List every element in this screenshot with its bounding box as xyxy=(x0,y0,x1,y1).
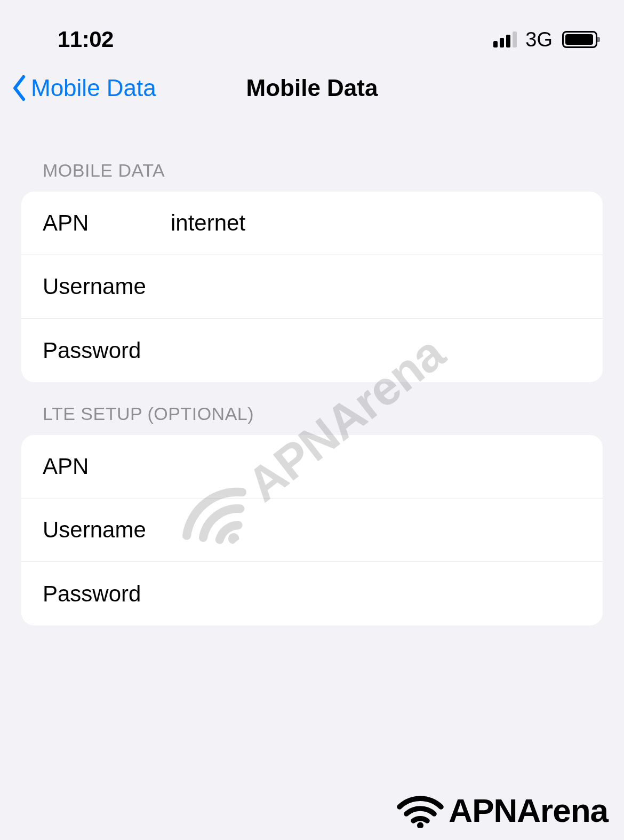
row-lte-password[interactable]: Password xyxy=(21,562,603,625)
label-lte-username: Username xyxy=(43,517,171,543)
brand-text: APNArena xyxy=(449,791,608,829)
content: MOBILE DATA APN Username Password LTE SE… xyxy=(0,112,624,625)
row-lte-username[interactable]: Username xyxy=(21,498,603,562)
section-header-mobile-data: MOBILE DATA xyxy=(43,160,603,181)
status-bar: 11:02 3G xyxy=(0,0,624,59)
wifi-icon xyxy=(396,793,444,828)
back-button[interactable]: Mobile Data xyxy=(11,75,156,101)
label-lte-password: Password xyxy=(43,581,171,607)
input-username[interactable] xyxy=(171,274,581,299)
signal-icon xyxy=(493,31,517,47)
row-password[interactable]: Password xyxy=(21,319,603,382)
nav-bar: Mobile Data Mobile Data xyxy=(0,59,624,112)
page-title: Mobile Data xyxy=(246,75,378,101)
svg-point-1 xyxy=(417,822,423,828)
input-password[interactable] xyxy=(171,338,581,363)
input-lte-apn[interactable] xyxy=(171,454,581,479)
input-apn[interactable] xyxy=(171,210,581,236)
back-label: Mobile Data xyxy=(31,75,156,101)
label-password: Password xyxy=(43,338,171,363)
row-username[interactable]: Username xyxy=(21,255,603,319)
input-lte-password[interactable] xyxy=(171,581,581,607)
battery-icon xyxy=(562,31,597,48)
brand-logo: APNArena xyxy=(396,791,608,829)
label-apn: APN xyxy=(43,210,171,236)
row-apn[interactable]: APN xyxy=(21,192,603,255)
input-lte-username[interactable] xyxy=(171,517,581,543)
label-username: Username xyxy=(43,274,171,299)
status-right: 3G xyxy=(493,28,597,51)
network-type: 3G xyxy=(525,28,553,51)
chevron-left-icon xyxy=(11,75,28,101)
group-mobile-data: APN Username Password xyxy=(21,192,603,382)
label-lte-apn: APN xyxy=(43,454,171,479)
section-header-lte: LTE SETUP (OPTIONAL) xyxy=(43,403,603,424)
status-time: 11:02 xyxy=(58,27,114,52)
group-lte: APN Username Password xyxy=(21,435,603,625)
row-lte-apn[interactable]: APN xyxy=(21,435,603,498)
